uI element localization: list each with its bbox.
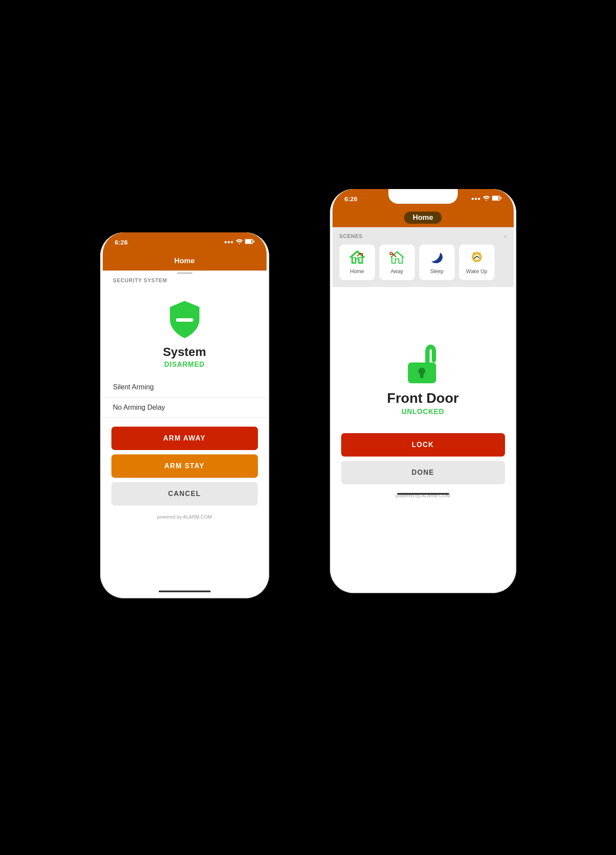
section-label-security: SECURITY SYSTEM [103, 271, 267, 287]
lock-icon [404, 341, 443, 384]
signal-icon: ●●● [224, 239, 234, 245]
scene-wakeup[interactable]: Wake Up [459, 245, 495, 280]
scenes-icons: Home Aw [339, 245, 507, 280]
status-icons-2: ●●● [471, 196, 502, 202]
svg-rect-7 [492, 196, 499, 200]
scene-sleep[interactable]: Sleep [419, 245, 455, 280]
scene-away-label: Away [391, 268, 403, 274]
svg-rect-2 [245, 240, 251, 243]
time-1: 6:26 [115, 238, 128, 246]
svg-point-0 [238, 243, 240, 244]
time-2: 6:26 [345, 195, 358, 202]
home-indicator-2 [397, 493, 449, 495]
svg-rect-8 [500, 197, 502, 199]
shield-icon [167, 300, 202, 339]
door-name: Front Door [387, 390, 459, 406]
svg-rect-3 [253, 241, 254, 242]
wifi-icon [236, 239, 243, 245]
scenes-header: SCENES › [339, 232, 507, 240]
arm-away-button[interactable]: ARM AWAY [111, 427, 258, 450]
svg-point-5 [486, 200, 487, 201]
signal-icon-2: ●●● [471, 196, 481, 202]
scene-away-icon [389, 250, 405, 266]
scene-sleep-icon [430, 250, 443, 266]
scene-away[interactable]: Away [379, 245, 415, 280]
battery-icon-2 [492, 196, 502, 202]
scene-home-label: Home [350, 268, 364, 274]
scene-wakeup-icon [470, 250, 484, 266]
scenes-bar: SCENES › [332, 227, 514, 287]
shield-container: System DISARMED [103, 287, 267, 377]
svg-rect-22 [420, 372, 424, 378]
wifi-icon-2 [483, 196, 490, 202]
phone-security: 6:26 ●●● [100, 232, 269, 598]
header-bar-1: Home [103, 251, 267, 271]
content-area-1: SECURITY SYSTEM System DISARMED Silent A… [103, 271, 267, 596]
scene-sleep-label: Sleep [430, 268, 443, 274]
header-bar-2: Home [332, 208, 514, 227]
header-title-2: Home [404, 212, 442, 224]
done-button[interactable]: DONE [341, 461, 505, 484]
battery-icon [245, 239, 254, 245]
lock-container: Front Door UNLOCKED [332, 323, 514, 424]
phone-lock: 6:26 ●●● [330, 189, 516, 593]
scenes-section: SCENES › [332, 227, 514, 287]
header-title-1: Home [174, 257, 195, 265]
arm-stay-button[interactable]: ARM STAY [111, 454, 258, 478]
door-status: UNLOCKED [401, 408, 444, 416]
svg-line-16 [474, 256, 477, 258]
lock-section: Front Door UNLOCKED LOCK DONE powered by… [332, 323, 514, 498]
svg-rect-4 [176, 318, 193, 322]
scene-home-icon [349, 250, 365, 266]
scenes-label: SCENES [339, 233, 363, 239]
system-name: System [163, 345, 206, 359]
home-indicator-1 [159, 591, 211, 592]
lock-button[interactable]: LOCK [341, 433, 505, 457]
action-buttons-lock: LOCK DONE [332, 424, 514, 484]
option-silent-arming[interactable]: Silent Arming [103, 377, 267, 398]
scene-wakeup-label: Wake Up [466, 268, 487, 274]
scene-home[interactable]: Home [339, 245, 375, 280]
status-icons-1: ●●● [224, 239, 254, 245]
scenes-more-arrow[interactable]: › [504, 232, 506, 240]
system-status: DISARMED [164, 361, 205, 369]
notch-2 [388, 189, 458, 204]
status-bar-1: 6:26 ●●● [103, 232, 267, 251]
svg-line-17 [477, 256, 479, 258]
option-no-arming-delay[interactable]: No Arming Delay [103, 398, 267, 418]
cancel-button[interactable]: CANCEL [111, 482, 258, 506]
powered-by-1: powered by ALARM.COM [103, 514, 267, 519]
action-buttons-security: ARM AWAY ARM STAY CANCEL [103, 418, 267, 506]
